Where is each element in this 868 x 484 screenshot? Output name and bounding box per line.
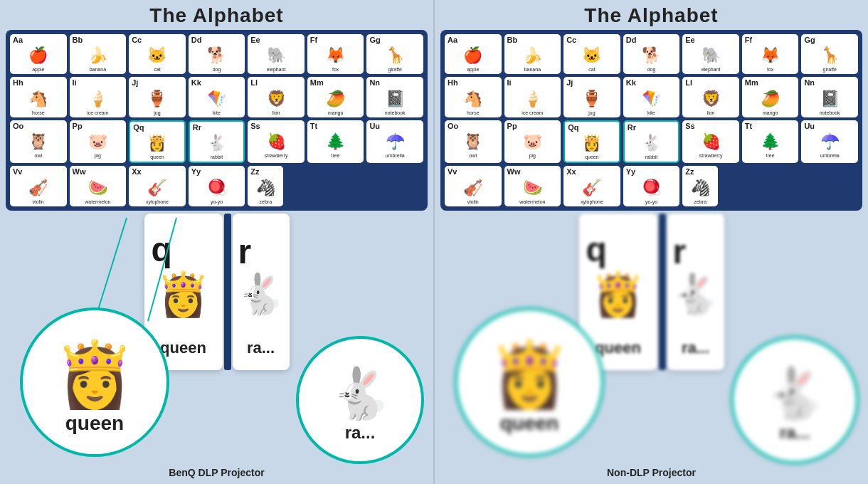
card-mm: Mm 🥭 mango	[307, 77, 364, 117]
flashcard-divider-right	[659, 214, 666, 370]
right-card-zz: Zz 🦓 zebra	[682, 166, 718, 206]
flashcard-rabbit-right-partial: r 🐇 ra...	[667, 214, 724, 370]
right-title: The Alphabet	[584, 0, 718, 30]
right-card-qq: Qq 👸 queen	[563, 120, 620, 163]
card-uu: Uu ☂️ umbrella	[366, 120, 423, 163]
card-ii: Ii 🍦 ice cream	[70, 77, 127, 117]
right-card-jj: Jj 🏺 jug	[563, 77, 620, 117]
card-kk: Kk 🪁 kite	[189, 77, 245, 117]
right-card-kk: Kk 🪁 kite	[623, 77, 680, 117]
right-card-hh: Hh 🐴 horse	[445, 77, 502, 117]
right-card-ee: Ee 🐘 elephant	[682, 34, 739, 74]
left-title: The Alphabet	[149, 0, 283, 30]
right-card-cc: Cc 🐱 cat	[563, 34, 620, 74]
right-card-aa: Aa 🍎 apple	[445, 34, 502, 74]
right-card-xx: Xx 🎸 xylophone	[563, 166, 620, 206]
card-jj: Jj 🏺 jug	[129, 77, 186, 117]
card-pp: Pp 🐷 pig	[70, 120, 127, 163]
right-card-ii: Ii 🍦 ice cream	[504, 77, 561, 117]
zoom-circle-rabbit-left: 🐇 ra...	[296, 336, 424, 464]
right-card-ww: Ww 🍉 watermelon	[504, 166, 561, 206]
card-rr: Rr 🐇 rabbit	[189, 120, 245, 163]
right-alphabet-grid: Aa 🍎 apple Bb 🍌 banana Cc 🐱 cat Dd 🐕 dog…	[440, 30, 862, 211]
card-ff: Ff 🦊 fox	[307, 34, 364, 74]
right-panel: The Alphabet Aa 🍎 apple Bb 🍌 banana Cc 🐱…	[435, 0, 868, 484]
right-card-tt: Tt 🌲 tree	[742, 120, 799, 163]
right-card-gg: Gg 🦒 giraffe	[801, 34, 858, 74]
card-nn: Nn 📓 notebook	[366, 77, 423, 117]
card-qq: Qq 👸 queen	[129, 120, 186, 163]
card-dd: Dd 🐕 dog	[189, 34, 245, 74]
left-panel: The Alphabet Aa 🍎 apple Bb 🍌 banana Cc 🐱…	[0, 0, 433, 484]
card-hh: Hh 🐴 horse	[10, 77, 67, 117]
right-card-bb: Bb 🍌 banana	[504, 34, 561, 74]
card-oo: Oo 🦉 owl	[10, 120, 67, 163]
card-zz: Zz 🦓 zebra	[248, 166, 283, 206]
right-card-dd: Dd 🐕 dog	[623, 34, 680, 74]
card-aa: Aa 🍎 apple	[10, 34, 67, 74]
zoom-circle-rabbit-right: 🐇 ra...	[731, 336, 859, 464]
card-ss: Ss 🍓 strawberry	[248, 120, 305, 163]
card-cc: Cc 🐱 cat	[129, 34, 186, 74]
card-vv: Vv 🎻 violin	[10, 166, 67, 206]
flashcard-divider-left	[224, 214, 231, 370]
card-tt: Tt 🌲 tree	[307, 120, 364, 163]
right-card-mm: Mm 🥭 mango	[742, 77, 799, 117]
card-ww: Ww 🍉 watermelon	[70, 166, 127, 206]
card-gg: Gg 🦒 giraffe	[366, 34, 423, 74]
card-ee: Ee 🐘 elephant	[248, 34, 305, 74]
right-card-nn: Nn 📓 notebook	[801, 77, 858, 117]
zoom-circle-queen-left: 👸 queen	[20, 307, 169, 457]
right-card-oo: Oo 🦉 owl	[445, 120, 502, 163]
left-alphabet-grid: Aa 🍎 apple Bb 🍌 banana Cc 🐱 cat Dd 🐕 dog…	[6, 30, 428, 211]
right-card-uu: Uu ☂️ umbrella	[801, 120, 858, 163]
card-bb: Bb 🍌 banana	[70, 34, 127, 74]
right-card-ll: Ll 🦁 lion	[682, 77, 739, 117]
card-yy: Yy 🪀 yo-yo	[189, 166, 245, 206]
right-card-rr: Rr 🐇 rabbit	[623, 120, 680, 163]
right-card-vv: Vv 🎻 violin	[445, 166, 502, 206]
right-card-pp: Pp 🐷 pig	[504, 120, 561, 163]
right-card-yy: Yy 🪀 yo-yo	[623, 166, 680, 206]
flashcard-rabbit-left-partial: r 🐇 ra...	[233, 214, 290, 370]
card-ll: Ll 🦁 lion	[248, 77, 305, 117]
right-panel-label: Non-DLP Projector	[607, 467, 696, 478]
card-xx: Xx 🎸 xylophone	[129, 166, 186, 206]
zoom-circle-queen-right: 👸 queen	[455, 307, 604, 457]
right-card-ss: Ss 🍓 strawberry	[682, 120, 739, 163]
left-panel-label: BenQ DLP Projector	[169, 467, 264, 478]
right-card-ff: Ff 🦊 fox	[742, 34, 799, 74]
